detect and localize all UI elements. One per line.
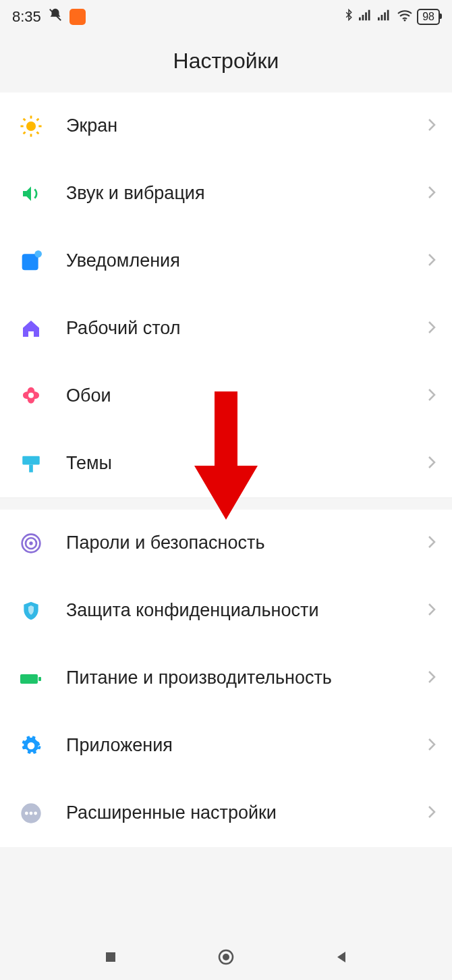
chevron-right-icon: [428, 738, 436, 754]
settings-item-label: Темы: [66, 452, 428, 475]
status-bar: 8:35 98: [0, 0, 452, 34]
group-divider: [0, 497, 452, 510]
settings-item-label: Защита конфиденциальности: [66, 599, 428, 622]
settings-item-label: Питание и производительность: [66, 667, 428, 690]
svg-point-20: [34, 250, 42, 258]
settings-item-themes[interactable]: Темы: [0, 430, 452, 497]
nav-back-button[interactable]: [333, 949, 349, 968]
svg-rect-5: [378, 18, 380, 21]
svg-line-17: [24, 132, 26, 134]
signal-icon: [359, 8, 374, 26]
svg-point-21: [28, 393, 34, 398]
house-icon: [16, 318, 46, 339]
svg-rect-33: [106, 952, 115, 962]
svg-rect-23: [29, 464, 33, 472]
svg-line-15: [24, 119, 26, 121]
status-time: 8:35: [12, 8, 41, 26]
svg-rect-1: [359, 18, 361, 21]
more-icon: [16, 802, 46, 824]
wifi-icon: [397, 8, 413, 26]
settings-item-label: Звук и вибрация: [66, 182, 428, 205]
settings-item-security[interactable]: Пароли и безопасность: [0, 510, 452, 577]
settings-item-privacy[interactable]: Защита конфиденциальности: [0, 577, 452, 645]
svg-point-32: [34, 812, 37, 815]
settings-item-advanced[interactable]: Расширенные настройки: [0, 780, 452, 847]
svg-line-18: [37, 119, 39, 121]
flower-icon: [16, 385, 46, 407]
svg-rect-6: [381, 15, 383, 20]
status-left: 8:35: [12, 7, 86, 26]
chevron-right-icon: [428, 253, 436, 269]
signal-icon-2: [378, 8, 393, 26]
page-title: Настройки: [0, 34, 452, 92]
mute-icon: [48, 7, 63, 26]
battery-level: 98: [422, 11, 434, 23]
bluetooth-icon: [343, 7, 355, 26]
settings-item-label: Расширенные настройки: [66, 802, 428, 825]
settings-item-label: Экран: [66, 115, 428, 138]
chevron-right-icon: [428, 388, 436, 404]
shield-icon: [16, 600, 46, 622]
settings-item-label: Уведомления: [66, 250, 428, 273]
settings-item-apps[interactable]: Приложения: [0, 712, 452, 780]
chevron-right-icon: [428, 603, 436, 619]
app-badge-icon: [69, 9, 86, 25]
svg-point-10: [26, 121, 36, 131]
fingerprint-icon: [16, 533, 46, 554]
chevron-right-icon: [428, 670, 436, 686]
battery-icon: [16, 670, 46, 686]
settings-item-label: Приложения: [66, 734, 428, 757]
svg-point-30: [25, 812, 28, 815]
settings-item-notifications[interactable]: Уведомления: [0, 227, 452, 295]
svg-line-16: [37, 132, 39, 134]
navigation-bar: [0, 937, 452, 980]
sun-icon: [16, 115, 46, 138]
battery-indicator: 98: [417, 9, 440, 25]
chevron-right-icon: [428, 118, 436, 134]
settings-item-battery[interactable]: Питание и производительность: [0, 645, 452, 712]
brush-icon: [16, 452, 46, 475]
notification-icon: [16, 250, 46, 272]
svg-point-9: [404, 20, 406, 22]
svg-rect-27: [20, 674, 38, 684]
chevron-right-icon: [428, 456, 436, 472]
svg-rect-8: [387, 10, 389, 21]
svg-rect-22: [22, 456, 40, 465]
settings-item-sound[interactable]: Звук и вибрация: [0, 160, 452, 227]
status-right: 98: [343, 7, 440, 26]
chevron-right-icon: [428, 186, 436, 202]
settings-item-label: Рабочий стол: [66, 317, 428, 340]
svg-point-31: [30, 812, 33, 815]
svg-rect-7: [384, 12, 386, 20]
svg-point-35: [223, 954, 229, 960]
svg-rect-4: [368, 10, 370, 21]
svg-rect-3: [365, 12, 367, 20]
settings-item-wallpaper[interactable]: Обои: [0, 362, 452, 430]
settings-item-label: Обои: [66, 385, 428, 408]
svg-rect-2: [362, 15, 364, 20]
chevron-right-icon: [428, 321, 436, 337]
chevron-right-icon: [428, 805, 436, 821]
settings-item-display[interactable]: Экран: [0, 92, 452, 160]
settings-list: Экран Звук и вибрация Уведомления Рабочи…: [0, 92, 452, 847]
speaker-icon: [16, 183, 46, 205]
nav-home-button[interactable]: [217, 948, 235, 969]
nav-recent-button[interactable]: [103, 949, 119, 968]
settings-item-home[interactable]: Рабочий стол: [0, 295, 452, 362]
gear-icon: [16, 735, 46, 757]
svg-rect-28: [38, 677, 41, 681]
svg-point-26: [29, 541, 32, 545]
chevron-right-icon: [428, 535, 436, 551]
settings-item-label: Пароли и безопасность: [66, 532, 428, 555]
